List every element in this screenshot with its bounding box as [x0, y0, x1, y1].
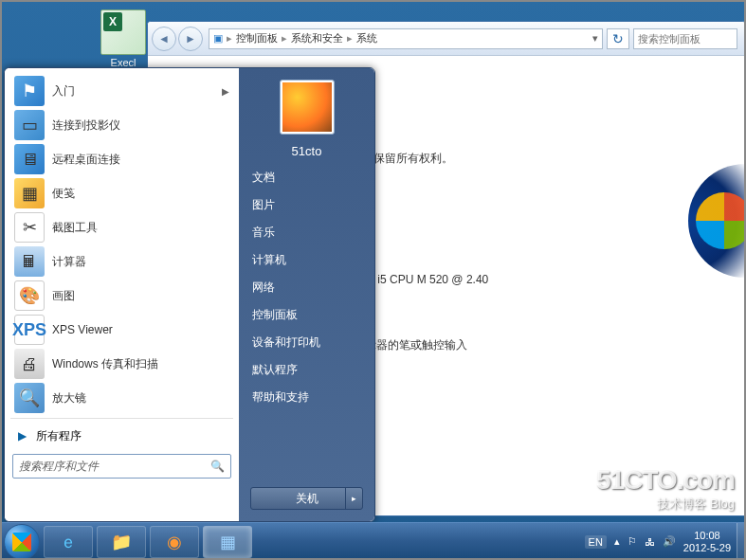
sm-right-network[interactable]: 网络	[243, 274, 371, 301]
fax-icon: 🖨	[14, 349, 45, 379]
sm-item-sticky-notes[interactable]: ▦便笺	[10, 176, 233, 210]
start-button[interactable]	[4, 524, 40, 560]
scissors-icon: ✂	[14, 212, 45, 243]
desktop-icon-excel[interactable]: X Execl	[95, 9, 152, 68]
sm-right-documents[interactable]: 文档	[243, 164, 371, 191]
ie-icon: ｅ	[60, 531, 77, 553]
search-icon: 🔍	[210, 460, 225, 473]
sm-item-xps[interactable]: XPSXPS Viewer	[10, 313, 233, 347]
tray-up-icon[interactable]: ▴	[614, 535, 620, 548]
excel-icon: X	[100, 9, 146, 55]
back-button[interactable]: ◄	[152, 27, 176, 51]
system-tray: EN ▴ ⚐ 🖧 🔊 10:08 2012-5-29	[585, 530, 737, 552]
folder-icon: 📁	[111, 532, 132, 552]
refresh-button[interactable]: ↻	[607, 28, 629, 49]
forward-button[interactable]: ►	[178, 27, 203, 51]
explorer-toolbar: ◄ ► ▣▸ 控制面板▸ 系统和安全▸ 系统 ▾ ↻	[148, 22, 745, 56]
getting-started-icon: ⚑	[14, 76, 45, 106]
taskbar-media-player[interactable]: ◉	[150, 526, 199, 558]
sm-item-projector[interactable]: ▭连接到投影仪	[10, 108, 233, 142]
paint-icon: 🎨	[14, 280, 45, 311]
taskbar-ie[interactable]: ｅ	[44, 526, 93, 558]
sticky-notes-icon: ▦	[14, 178, 45, 208]
magnifier-icon: 🔍	[14, 383, 45, 413]
divider	[10, 418, 233, 419]
taskbar-explorer[interactable]: 📁	[97, 526, 146, 558]
network-icon[interactable]: 🖧	[645, 536, 655, 548]
control-panel-icon: ▦	[220, 532, 236, 552]
all-programs-button[interactable]: ▶所有程序	[10, 422, 233, 450]
start-menu: ⚑入门▶ ▭连接到投影仪 🖥远程桌面连接 ▦便笺 ✂截图工具 🖩计算器 🎨画图 …	[4, 67, 375, 522]
calculator-icon: 🖩	[14, 246, 45, 277]
sm-item-getting-started[interactable]: ⚑入门▶	[10, 74, 233, 108]
search-input[interactable]	[633, 28, 737, 49]
sm-right-default-programs[interactable]: 默认程序	[243, 356, 371, 384]
sm-right-devices[interactable]: 设备和打印机	[243, 329, 371, 356]
sm-item-paint[interactable]: 🎨画图	[10, 279, 233, 313]
sm-item-snipping[interactable]: ✂截图工具	[10, 210, 233, 244]
watermark: 51CTO.com 技术博客 Blog	[596, 465, 735, 513]
clock[interactable]: 10:08 2012-5-29	[683, 530, 731, 552]
user-name[interactable]: 51cto	[243, 144, 371, 158]
start-menu-right: 51cto 文档 图片 音乐 计算机 网络 控制面板 设备和打印机 默认程序 帮…	[239, 68, 374, 521]
media-player-icon: ◉	[167, 532, 182, 552]
action-center-icon[interactable]: ⚐	[628, 535, 637, 548]
start-search-input[interactable]: 搜索程序和文件🔍	[12, 454, 231, 479]
shutdown-button[interactable]: 关机▸	[250, 487, 363, 510]
sm-right-computer[interactable]: 计算机	[243, 246, 371, 274]
sm-right-pictures[interactable]: 图片	[243, 191, 371, 219]
sm-item-fax[interactable]: 🖨Windows 传真和扫描	[10, 347, 233, 381]
sm-item-magnifier[interactable]: 🔍放大镜	[10, 381, 233, 415]
xps-icon: XPS	[14, 315, 45, 345]
sm-right-help[interactable]: 帮助和支持	[243, 384, 371, 411]
show-desktop-button[interactable]	[737, 523, 746, 561]
sm-item-rdp[interactable]: 🖥远程桌面连接	[10, 142, 233, 176]
start-menu-left: ⚑入门▶ ▭连接到投影仪 🖥远程桌面连接 ▦便笺 ✂截图工具 🖩计算器 🎨画图 …	[5, 68, 239, 521]
sm-item-calculator[interactable]: 🖩计算器	[10, 244, 233, 279]
chevron-right-icon: ▶	[222, 86, 229, 97]
volume-icon[interactable]: 🔊	[663, 535, 676, 548]
shutdown-options-button[interactable]: ▸	[345, 488, 362, 509]
sm-right-music[interactable]: 音乐	[243, 219, 371, 246]
language-indicator[interactable]: EN	[585, 535, 607, 549]
taskbar: ｅ 📁 ◉ ▦ EN ▴ ⚐ 🖧 🔊 10:08 2012-5-29	[0, 522, 746, 560]
sm-right-control-panel[interactable]: 控制面板	[243, 301, 371, 329]
projector-icon: ▭	[14, 110, 45, 140]
chevron-right-icon: ▶	[18, 429, 27, 443]
user-picture[interactable]	[280, 80, 335, 135]
taskbar-control-panel[interactable]: ▦	[203, 526, 252, 558]
breadcrumb[interactable]: ▣▸ 控制面板▸ 系统和安全▸ 系统 ▾	[209, 28, 603, 49]
rdp-icon: 🖥	[14, 144, 45, 174]
